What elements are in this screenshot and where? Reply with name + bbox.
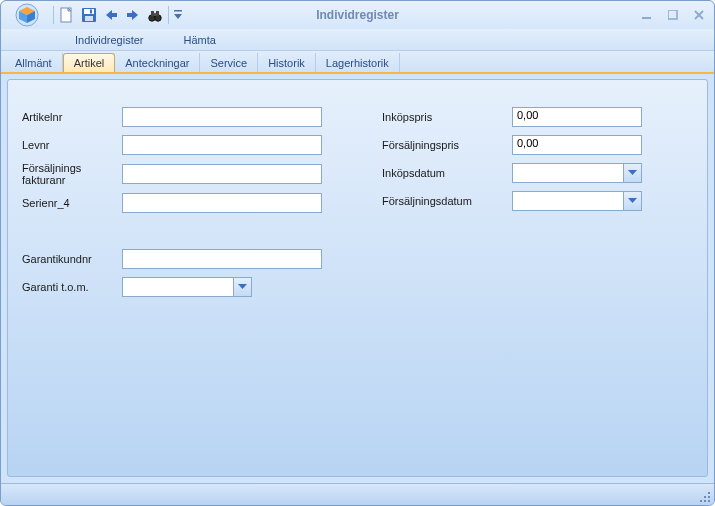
save-button[interactable] — [78, 4, 100, 26]
menu-hamta[interactable]: Hämta — [177, 31, 221, 49]
tab-allmant[interactable]: Allmänt — [5, 53, 63, 72]
svg-marker-11 — [127, 10, 138, 20]
minimize-icon — [642, 10, 652, 20]
tab-service[interactable]: Service — [200, 53, 258, 72]
input-garantitom[interactable] — [123, 278, 234, 296]
label-inkopsdatum: Inköpsdatum — [382, 167, 512, 179]
app-orb[interactable] — [7, 2, 47, 28]
maximize-button[interactable] — [664, 7, 682, 23]
minimize-button[interactable] — [638, 7, 656, 23]
svg-rect-19 — [642, 17, 651, 19]
label-serienr4: Serienr_4 — [22, 197, 122, 209]
label-forsaljningsfakturanr: Försäljnings fakturanr — [22, 162, 122, 186]
label-forsaljningspris: Försäljningspris — [382, 139, 512, 151]
combo-garantitom[interactable] — [122, 277, 252, 297]
label-artikelnr: Artikelnr — [22, 111, 122, 123]
save-icon — [81, 7, 97, 23]
input-garantikundnr[interactable] — [122, 249, 322, 269]
menubar: Individregister Hämta — [1, 29, 714, 51]
svg-marker-25 — [238, 284, 247, 289]
svg-marker-10 — [106, 10, 117, 20]
svg-marker-18 — [174, 14, 182, 19]
back-button[interactable] — [100, 4, 122, 26]
new-document-icon — [60, 7, 74, 23]
content-wrap: Artikelnr Levnr Försäljnings fakturanr — [1, 73, 714, 483]
content-panel: Artikelnr Levnr Försäljnings fakturanr — [7, 79, 708, 477]
quick-access-toolbar — [51, 4, 185, 26]
statusbar — [1, 483, 714, 505]
tab-lagerhistorik[interactable]: Lagerhistorik — [316, 53, 400, 72]
qat-customize-button[interactable] — [171, 4, 185, 26]
svg-rect-20 — [668, 10, 677, 19]
tab-artikel[interactable]: Artikel — [63, 53, 116, 72]
input-serienr4[interactable] — [122, 193, 322, 213]
combo-inkopsdatum[interactable] — [512, 163, 642, 183]
svg-rect-17 — [174, 10, 182, 12]
svg-rect-9 — [90, 10, 92, 14]
svg-marker-23 — [628, 170, 637, 175]
svg-rect-7 — [84, 9, 94, 14]
arrow-right-icon — [125, 8, 141, 22]
label-levnr: Levnr — [22, 139, 122, 151]
combo-forsaljningsdatum[interactable] — [512, 191, 642, 211]
input-forsaljningsfakturanr[interactable] — [122, 164, 322, 184]
input-inkopspris[interactable]: 0,00 — [512, 107, 642, 127]
binoculars-icon — [147, 7, 163, 23]
forward-button[interactable] — [122, 4, 144, 26]
arrow-left-icon — [103, 8, 119, 22]
maximize-icon — [668, 10, 678, 20]
dropdown-inkopsdatum[interactable] — [624, 164, 641, 182]
tab-anteckningar[interactable]: Anteckningar — [115, 53, 200, 72]
chevron-down-icon — [238, 284, 247, 290]
input-levnr[interactable] — [122, 135, 322, 155]
close-button[interactable] — [690, 7, 708, 23]
menu-individregister[interactable]: Individregister — [69, 31, 149, 49]
dropdown-garantitom[interactable] — [234, 278, 251, 296]
new-button[interactable] — [56, 4, 78, 26]
input-forsaljningspris[interactable]: 0,00 — [512, 135, 642, 155]
input-forsaljningsdatum[interactable] — [513, 192, 624, 210]
cube-icon — [13, 3, 41, 27]
label-garantikundnr: Garantikundnr — [22, 253, 122, 265]
chevron-down-icon — [628, 170, 637, 176]
tab-historik[interactable]: Historik — [258, 53, 316, 72]
titlebar: Individregister — [1, 1, 714, 29]
tabbar: Allmänt Artikel Anteckningar Service His… — [1, 51, 714, 73]
chevron-down-icon — [628, 198, 637, 204]
label-forsaljningsdatum: Försäljningsdatum — [382, 195, 512, 207]
label-inkopspris: Inköpspris — [382, 111, 512, 123]
input-inkopsdatum[interactable] — [513, 164, 624, 182]
close-icon — [694, 10, 704, 20]
chevron-down-icon — [174, 10, 182, 20]
svg-rect-8 — [85, 16, 93, 21]
app-window: Individregister Individregister Hämta Al… — [0, 0, 715, 506]
input-artikelnr[interactable] — [122, 107, 322, 127]
resize-grip[interactable] — [698, 490, 710, 502]
find-button[interactable] — [144, 4, 166, 26]
dropdown-forsaljningsdatum[interactable] — [624, 192, 641, 210]
label-garantitom: Garanti t.o.m. — [22, 281, 122, 293]
svg-rect-16 — [154, 13, 157, 15]
svg-marker-24 — [628, 198, 637, 203]
window-controls — [638, 7, 708, 23]
